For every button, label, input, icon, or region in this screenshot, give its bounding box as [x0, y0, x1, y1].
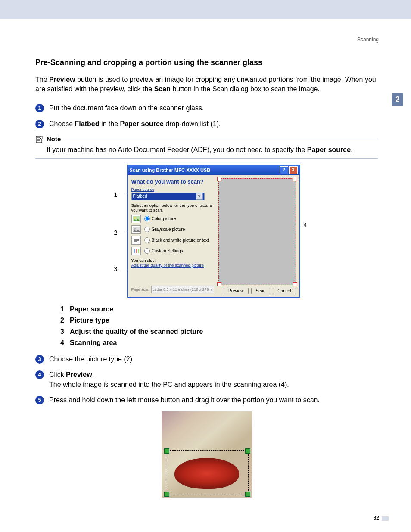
step-text: Click Preview. The whole image is scanne… [49, 370, 378, 389]
note-text: If your machine has no Auto Document Fee… [47, 146, 378, 154]
color-picture-icon [131, 215, 141, 223]
text: If your machine has no Auto Document Fee… [47, 146, 307, 153]
svg-rect-7 [136, 249, 137, 253]
scan-preview-area[interactable] [218, 178, 296, 285]
text: drop-down list (1). [164, 120, 221, 128]
option-color[interactable]: Color picture [131, 215, 215, 223]
section-title: Pre-Scanning and cropping a portion usin… [35, 58, 378, 67]
intro-paragraph: The Preview button is used to preview an… [35, 75, 378, 94]
text: in the [99, 120, 120, 128]
crop-handle[interactable] [164, 448, 169, 454]
bold: Paper source [120, 120, 164, 128]
bold-preview: Preview [49, 76, 75, 83]
bold: Flatbed [75, 120, 100, 128]
chapter-tab: 2 [392, 93, 403, 106]
close-button[interactable]: X [289, 166, 298, 174]
crop-handle[interactable] [245, 492, 250, 497]
option-grayscale-label: Grayscale picture [152, 227, 185, 232]
legend-row: 3Adjust the quality of the scanned pictu… [60, 328, 378, 336]
option-custom[interactable]: Custom Settings [131, 247, 215, 255]
step-text: Choose the picture type (2). [49, 355, 378, 364]
legend-text: Adjust the quality of the scanned pictur… [70, 328, 203, 336]
running-header: Scanning [357, 37, 379, 43]
text: . [92, 371, 94, 378]
text: Choose [49, 120, 75, 128]
svg-point-2 [134, 217, 136, 219]
crop-handle[interactable] [293, 282, 297, 286]
option-grayscale-radio[interactable] [144, 227, 150, 232]
legend-num: 1 [60, 305, 70, 313]
option-color-radio[interactable] [144, 216, 150, 221]
crop-handle[interactable] [217, 282, 221, 286]
manual-page: Scanning 2 Pre-Scanning and cropping a p… [0, 0, 411, 532]
cancel-button[interactable]: Cancel [273, 288, 296, 294]
legend-row: 2Picture type [60, 317, 378, 324]
callout-line [118, 195, 127, 195]
dialog-right-panel: Preview Scan Cancel [215, 178, 296, 294]
svg-rect-6 [134, 249, 135, 253]
paper-source-label: Paper source [131, 187, 215, 192]
you-can-also: You can also: [131, 258, 215, 263]
note-label: Note [47, 135, 61, 143]
grayscale-picture-icon [131, 225, 141, 234]
select-prompt: Select an option below for the type of p… [131, 203, 215, 212]
dialog-left-panel: What do you want to scan? Paper source F… [131, 178, 215, 294]
option-bw-label: Black and white picture or text [152, 238, 209, 243]
legend-num: 2 [60, 317, 70, 324]
step-5: 5 Press and hold down the left mouse but… [35, 395, 378, 405]
step-bullet: 5 [35, 396, 44, 404]
step-bullet: 1 [35, 104, 44, 112]
option-bw[interactable]: Black and white picture or text [131, 236, 215, 245]
scan-dialog: Scan using Brother MFC-XXXX USB ? X What… [127, 165, 300, 298]
dialog-title-text: Scan using Brother MFC-XXXX USB [130, 168, 211, 173]
step-3: 3 Choose the picture type (2). [35, 355, 378, 364]
figure-scan-dialog: 1 2 3 4 Scan using Brother MFC-XXXX USB … [114, 165, 299, 300]
dialog-titlebar[interactable]: Scan using Brother MFC-XXXX USB ? X [128, 165, 299, 175]
option-custom-radio[interactable] [144, 248, 150, 254]
note-block: Note If your machine has no Auto Documen… [35, 135, 378, 159]
option-grayscale[interactable]: Grayscale picture [131, 225, 215, 234]
crop-handle[interactable] [293, 177, 297, 181]
scan-button[interactable]: Scan [251, 288, 271, 294]
svg-point-4 [134, 228, 136, 230]
option-bw-radio[interactable] [144, 237, 150, 243]
legend-text: Paper source [70, 305, 113, 313]
page-size-dropdown[interactable]: Letter 8.5 x 11 inches (216 x 279 v [151, 286, 214, 293]
help-button[interactable]: ? [280, 166, 288, 174]
bw-text-icon [131, 236, 141, 245]
callout-line [118, 233, 127, 233]
chevron-down-icon[interactable]: v [196, 193, 203, 200]
crop-handle[interactable] [245, 448, 250, 454]
dialog-question: What do you want to scan? [131, 178, 215, 185]
callout-4: 4 [304, 221, 307, 228]
adjust-quality-link[interactable]: Adjust the quality of the scanned pictur… [131, 263, 215, 268]
dialog-body: What do you want to scan? Paper source F… [128, 175, 299, 297]
step-text: Choose Flatbed in the Paper source drop-… [49, 119, 378, 129]
figure-legend: 1Paper source 2Picture type 3Adjust the … [60, 305, 378, 347]
legend-row: 1Paper source [60, 305, 378, 313]
top-bar [0, 0, 411, 19]
bold-scan: Scan [154, 85, 171, 93]
note-head: Note [35, 135, 378, 143]
callout-1: 1 [114, 191, 118, 198]
option-color-label: Color picture [152, 216, 176, 221]
step-text: Put the document face down on the scanne… [49, 103, 378, 113]
legend-text: Picture type [70, 317, 109, 324]
bold: Preview [66, 371, 92, 378]
callout-2: 2 [114, 229, 118, 236]
page-number-decoration [382, 516, 389, 521]
crop-example-image [162, 411, 252, 498]
crop-selection[interactable] [166, 450, 249, 495]
crop-handle[interactable] [164, 492, 169, 497]
step-bullet: 4 [35, 370, 44, 379]
step-4: 4 Click Preview. The whole image is scan… [35, 370, 378, 389]
page-size-row: Page size: Letter 8.5 x 11 inches (216 x… [131, 286, 214, 293]
page-number: 32 [374, 515, 379, 521]
paper-source-dropdown[interactable]: Flatbed v [131, 193, 205, 200]
text: button in the Scan dialog box to scan th… [171, 85, 320, 93]
crop-handle[interactable] [217, 177, 221, 181]
text: The whole image is scanned into the PC a… [49, 381, 289, 388]
text: Click [49, 371, 66, 378]
preview-button[interactable]: Preview [224, 288, 249, 294]
chevron-down-icon[interactable]: v [211, 287, 213, 292]
